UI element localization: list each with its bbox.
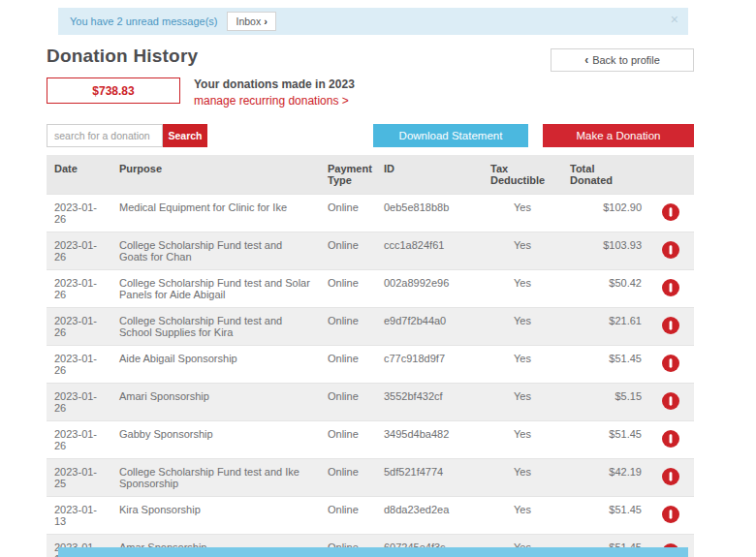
cell-payment-type: Online xyxy=(320,195,376,232)
cell-purpose: College Scholarship Fund test and Ike Sp… xyxy=(111,459,320,497)
table-row: 2023-01-26 Gabby Sponsorship Online 3495… xyxy=(47,421,694,459)
search-input[interactable] xyxy=(47,124,163,147)
cell-payment-type: Online xyxy=(320,459,376,497)
info-icon[interactable] xyxy=(662,430,679,448)
cell-date: 2023-01-26 xyxy=(47,384,111,421)
cell-tax-deductible: Yes xyxy=(483,384,562,421)
cell-total-donated: $51.45 xyxy=(562,346,647,384)
inbox-button-label: Inbox xyxy=(236,15,261,27)
cell-total-donated: $42.19 xyxy=(562,459,647,497)
column-header: Total Donated xyxy=(562,155,647,195)
cell-tax-deductible: Yes xyxy=(483,459,562,497)
info-icon[interactable] xyxy=(662,317,679,334)
cell-tax-deductible: Yes xyxy=(483,497,562,535)
back-to-profile-label: Back to profile xyxy=(592,54,660,66)
cell-donation-id[interactable]: d8da23ed2ea xyxy=(376,497,483,535)
cell-tax-deductible: Yes xyxy=(483,270,562,308)
info-icon[interactable] xyxy=(662,392,679,410)
cell-donation-id[interactable]: 5df521f4774 xyxy=(376,459,483,497)
table-row: 2023-01-13 Kira Sponsorship Online d8da2… xyxy=(47,497,694,535)
table-header-row: DatePurposePayment TypeIDTax DeductibleT… xyxy=(47,155,694,195)
cell-total-donated: $50.42 xyxy=(562,270,647,308)
cell-tax-deductible: Yes xyxy=(483,421,562,459)
column-header: Payment Type xyxy=(320,155,376,195)
cell-date: 2023-01-26 xyxy=(47,346,111,384)
cell-total-donated: $51.45 xyxy=(562,497,647,535)
info-icon[interactable] xyxy=(662,468,679,485)
table-row: 2023-01-25 College Scholarship Fund test… xyxy=(47,459,694,497)
info-icon[interactable] xyxy=(662,203,679,221)
cell-date: 2023-01-26 xyxy=(47,195,111,232)
cell-payment-type: Online xyxy=(320,308,376,346)
cell-total-donated: $21.61 xyxy=(562,308,647,346)
unread-messages-banner: You have 2 unread message(s) Inbox › × xyxy=(58,8,688,35)
table-row: 2023-01-26 College Scholarship Fund test… xyxy=(47,232,694,270)
cell-tax-deductible: Yes xyxy=(483,308,562,346)
donation-history-table: DatePurposePayment TypeIDTax DeductibleT… xyxy=(47,155,694,557)
cell-date: 2023-01-25 xyxy=(47,459,111,497)
cell-purpose: College Scholarship Fund test and Solar … xyxy=(111,270,320,308)
page-title: Donation History xyxy=(47,46,198,67)
cell-donation-id[interactable]: 002a8992e96 xyxy=(376,270,483,308)
cell-payment-type: Online xyxy=(320,421,376,459)
cell-purpose: College Scholarship Fund test and School… xyxy=(111,308,320,346)
info-icon[interactable] xyxy=(662,355,679,372)
table-row: 2023-01-26 Medical Equipment for Clinic … xyxy=(47,195,694,232)
cell-purpose: Amari Sponsorship xyxy=(111,384,320,421)
cell-purpose: Medical Equipment for Clinic for Ike xyxy=(111,195,320,232)
cell-purpose: College Scholarship Fund test and Goats … xyxy=(111,232,320,270)
cell-total-donated: $5.15 xyxy=(562,384,647,421)
unread-messages-text: You have 2 unread message(s) xyxy=(70,15,217,27)
back-to-profile-button[interactable]: ‹ Back to profile xyxy=(551,48,694,72)
cell-payment-type: Online xyxy=(320,346,376,384)
close-icon[interactable]: × xyxy=(671,13,678,26)
download-statement-button[interactable]: Download Statement xyxy=(373,124,528,147)
manage-recurring-donations-link[interactable]: manage recurring donations > xyxy=(194,94,355,108)
total-donations-amount: $738.83 xyxy=(47,77,180,104)
cell-payment-type: Online xyxy=(320,270,376,308)
cell-date: 2023-01-26 xyxy=(47,308,111,346)
cell-purpose: Gabby Sponsorship xyxy=(111,421,320,459)
cell-purpose: Kira Sponsorship xyxy=(111,497,320,535)
table-row: 2023-01-26 College Scholarship Fund test… xyxy=(47,270,694,308)
table-row: 2023-01-26 Aide Abigail Sponsorship Onli… xyxy=(47,346,694,384)
cell-total-donated: $102.90 xyxy=(562,195,647,232)
make-a-donation-button[interactable]: Make a Donation xyxy=(543,124,694,147)
cell-date: 2023-01-26 xyxy=(47,421,111,459)
column-header: Tax Deductible xyxy=(483,155,562,195)
cell-donation-id[interactable]: 3552bf432cf xyxy=(376,384,483,421)
info-icon[interactable] xyxy=(662,241,679,259)
cell-date: 2023-01-26 xyxy=(47,270,111,308)
cell-date: 2023-01-26 xyxy=(47,232,111,270)
table-row: 2023-01-26 Amari Sponsorship Online 3552… xyxy=(47,384,694,421)
info-icon[interactable] xyxy=(662,506,679,523)
cell-tax-deductible: Yes xyxy=(483,232,562,270)
cell-tax-deductible: Yes xyxy=(483,195,562,232)
table-body: 2023-01-26 Medical Equipment for Clinic … xyxy=(47,195,694,557)
cell-payment-type: Online xyxy=(320,384,376,421)
cell-tax-deductible: Yes xyxy=(483,346,562,384)
cell-donation-id[interactable]: c77c918d9f7 xyxy=(376,346,483,384)
column-header: Date xyxy=(47,155,111,195)
cell-donation-id[interactable]: e9d7f2b44a0 xyxy=(376,308,483,346)
info-icon[interactable] xyxy=(662,279,679,296)
cell-purpose: Aide Abigail Sponsorship xyxy=(111,346,320,384)
search-button[interactable]: Search xyxy=(163,124,207,147)
chevron-left-icon: ‹ xyxy=(584,53,588,67)
cell-date: 2023-01-13 xyxy=(47,497,111,535)
table-row: 2023-01-26 College Scholarship Fund test… xyxy=(47,308,694,346)
bottom-banner xyxy=(58,547,688,557)
column-header: Purpose xyxy=(111,155,320,195)
cell-total-donated: $103.93 xyxy=(562,232,647,270)
cell-donation-id[interactable]: ccc1a824f61 xyxy=(376,232,483,270)
donations-year-caption: Your donations made in 2023 xyxy=(194,77,355,91)
column-header: ID xyxy=(376,155,483,195)
cell-payment-type: Online xyxy=(320,232,376,270)
chevron-right-icon: › xyxy=(264,15,268,27)
cell-payment-type: Online xyxy=(320,497,376,535)
cell-donation-id[interactable]: 0eb5e818b8b xyxy=(376,195,483,232)
inbox-button[interactable]: Inbox › xyxy=(227,12,275,31)
cell-total-donated: $51.45 xyxy=(562,421,647,459)
cell-donation-id[interactable]: 3495d4ba482 xyxy=(376,421,483,459)
summary-caption: Your donations made in 2023 manage recur… xyxy=(194,77,355,108)
